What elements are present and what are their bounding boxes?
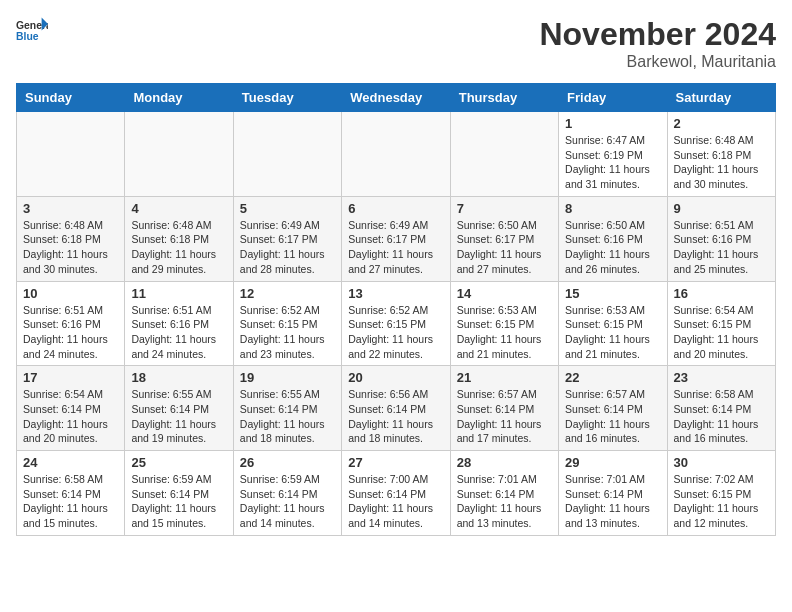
day-info: Sunrise: 6:50 AM Sunset: 6:17 PM Dayligh… bbox=[457, 218, 552, 277]
day-cell-5: 5Sunrise: 6:49 AM Sunset: 6:17 PM Daylig… bbox=[233, 196, 341, 281]
empty-cell bbox=[233, 112, 341, 197]
day-cell-19: 19Sunrise: 6:55 AM Sunset: 6:14 PM Dayli… bbox=[233, 366, 341, 451]
day-cell-20: 20Sunrise: 6:56 AM Sunset: 6:14 PM Dayli… bbox=[342, 366, 450, 451]
week-row-1: 1Sunrise: 6:47 AM Sunset: 6:19 PM Daylig… bbox=[17, 112, 776, 197]
location-title: Barkewol, Mauritania bbox=[539, 53, 776, 71]
day-cell-28: 28Sunrise: 7:01 AM Sunset: 6:14 PM Dayli… bbox=[450, 451, 558, 536]
day-number: 26 bbox=[240, 455, 335, 470]
day-number: 30 bbox=[674, 455, 769, 470]
day-number: 23 bbox=[674, 370, 769, 385]
day-cell-13: 13Sunrise: 6:52 AM Sunset: 6:15 PM Dayli… bbox=[342, 281, 450, 366]
day-info: Sunrise: 6:52 AM Sunset: 6:15 PM Dayligh… bbox=[348, 303, 443, 362]
empty-cell bbox=[17, 112, 125, 197]
col-header-saturday: Saturday bbox=[667, 84, 775, 112]
day-number: 3 bbox=[23, 201, 118, 216]
day-info: Sunrise: 6:53 AM Sunset: 6:15 PM Dayligh… bbox=[565, 303, 660, 362]
day-cell-2: 2Sunrise: 6:48 AM Sunset: 6:18 PM Daylig… bbox=[667, 112, 775, 197]
day-info: Sunrise: 6:50 AM Sunset: 6:16 PM Dayligh… bbox=[565, 218, 660, 277]
day-info: Sunrise: 6:56 AM Sunset: 6:14 PM Dayligh… bbox=[348, 387, 443, 446]
col-header-friday: Friday bbox=[559, 84, 667, 112]
day-info: Sunrise: 6:47 AM Sunset: 6:19 PM Dayligh… bbox=[565, 133, 660, 192]
day-cell-12: 12Sunrise: 6:52 AM Sunset: 6:15 PM Dayli… bbox=[233, 281, 341, 366]
day-number: 20 bbox=[348, 370, 443, 385]
day-info: Sunrise: 6:48 AM Sunset: 6:18 PM Dayligh… bbox=[23, 218, 118, 277]
day-number: 8 bbox=[565, 201, 660, 216]
day-cell-24: 24Sunrise: 6:58 AM Sunset: 6:14 PM Dayli… bbox=[17, 451, 125, 536]
day-number: 2 bbox=[674, 116, 769, 131]
day-info: Sunrise: 7:01 AM Sunset: 6:14 PM Dayligh… bbox=[457, 472, 552, 531]
calendar-table: SundayMondayTuesdayWednesdayThursdayFrid… bbox=[16, 83, 776, 536]
day-info: Sunrise: 6:48 AM Sunset: 6:18 PM Dayligh… bbox=[674, 133, 769, 192]
day-cell-11: 11Sunrise: 6:51 AM Sunset: 6:16 PM Dayli… bbox=[125, 281, 233, 366]
day-cell-14: 14Sunrise: 6:53 AM Sunset: 6:15 PM Dayli… bbox=[450, 281, 558, 366]
day-number: 14 bbox=[457, 286, 552, 301]
day-number: 18 bbox=[131, 370, 226, 385]
day-info: Sunrise: 6:49 AM Sunset: 6:17 PM Dayligh… bbox=[348, 218, 443, 277]
week-row-2: 3Sunrise: 6:48 AM Sunset: 6:18 PM Daylig… bbox=[17, 196, 776, 281]
svg-text:Blue: Blue bbox=[16, 31, 39, 42]
col-header-monday: Monday bbox=[125, 84, 233, 112]
day-number: 5 bbox=[240, 201, 335, 216]
empty-cell bbox=[342, 112, 450, 197]
day-info: Sunrise: 6:51 AM Sunset: 6:16 PM Dayligh… bbox=[674, 218, 769, 277]
day-cell-18: 18Sunrise: 6:55 AM Sunset: 6:14 PM Dayli… bbox=[125, 366, 233, 451]
day-cell-22: 22Sunrise: 6:57 AM Sunset: 6:14 PM Dayli… bbox=[559, 366, 667, 451]
day-cell-16: 16Sunrise: 6:54 AM Sunset: 6:15 PM Dayli… bbox=[667, 281, 775, 366]
day-cell-23: 23Sunrise: 6:58 AM Sunset: 6:14 PM Dayli… bbox=[667, 366, 775, 451]
day-cell-3: 3Sunrise: 6:48 AM Sunset: 6:18 PM Daylig… bbox=[17, 196, 125, 281]
day-number: 15 bbox=[565, 286, 660, 301]
week-row-5: 24Sunrise: 6:58 AM Sunset: 6:14 PM Dayli… bbox=[17, 451, 776, 536]
day-number: 24 bbox=[23, 455, 118, 470]
day-info: Sunrise: 6:58 AM Sunset: 6:14 PM Dayligh… bbox=[23, 472, 118, 531]
header-row: SundayMondayTuesdayWednesdayThursdayFrid… bbox=[17, 84, 776, 112]
day-number: 12 bbox=[240, 286, 335, 301]
day-cell-17: 17Sunrise: 6:54 AM Sunset: 6:14 PM Dayli… bbox=[17, 366, 125, 451]
day-cell-30: 30Sunrise: 7:02 AM Sunset: 6:15 PM Dayli… bbox=[667, 451, 775, 536]
day-cell-25: 25Sunrise: 6:59 AM Sunset: 6:14 PM Dayli… bbox=[125, 451, 233, 536]
day-info: Sunrise: 7:02 AM Sunset: 6:15 PM Dayligh… bbox=[674, 472, 769, 531]
day-number: 27 bbox=[348, 455, 443, 470]
day-info: Sunrise: 6:54 AM Sunset: 6:15 PM Dayligh… bbox=[674, 303, 769, 362]
day-number: 28 bbox=[457, 455, 552, 470]
day-cell-4: 4Sunrise: 6:48 AM Sunset: 6:18 PM Daylig… bbox=[125, 196, 233, 281]
day-info: Sunrise: 7:01 AM Sunset: 6:14 PM Dayligh… bbox=[565, 472, 660, 531]
col-header-wednesday: Wednesday bbox=[342, 84, 450, 112]
title-area: November 2024 Barkewol, Mauritania bbox=[539, 16, 776, 71]
day-info: Sunrise: 6:54 AM Sunset: 6:14 PM Dayligh… bbox=[23, 387, 118, 446]
day-number: 9 bbox=[674, 201, 769, 216]
col-header-thursday: Thursday bbox=[450, 84, 558, 112]
day-number: 19 bbox=[240, 370, 335, 385]
day-cell-21: 21Sunrise: 6:57 AM Sunset: 6:14 PM Dayli… bbox=[450, 366, 558, 451]
day-cell-27: 27Sunrise: 7:00 AM Sunset: 6:14 PM Dayli… bbox=[342, 451, 450, 536]
day-info: Sunrise: 6:59 AM Sunset: 6:14 PM Dayligh… bbox=[131, 472, 226, 531]
week-row-4: 17Sunrise: 6:54 AM Sunset: 6:14 PM Dayli… bbox=[17, 366, 776, 451]
day-number: 17 bbox=[23, 370, 118, 385]
empty-cell bbox=[125, 112, 233, 197]
day-number: 16 bbox=[674, 286, 769, 301]
day-number: 6 bbox=[348, 201, 443, 216]
logo-icon: General Blue bbox=[16, 16, 48, 44]
day-info: Sunrise: 6:53 AM Sunset: 6:15 PM Dayligh… bbox=[457, 303, 552, 362]
day-cell-10: 10Sunrise: 6:51 AM Sunset: 6:16 PM Dayli… bbox=[17, 281, 125, 366]
day-info: Sunrise: 6:51 AM Sunset: 6:16 PM Dayligh… bbox=[131, 303, 226, 362]
day-info: Sunrise: 7:00 AM Sunset: 6:14 PM Dayligh… bbox=[348, 472, 443, 531]
day-cell-26: 26Sunrise: 6:59 AM Sunset: 6:14 PM Dayli… bbox=[233, 451, 341, 536]
day-info: Sunrise: 6:49 AM Sunset: 6:17 PM Dayligh… bbox=[240, 218, 335, 277]
day-number: 10 bbox=[23, 286, 118, 301]
day-number: 22 bbox=[565, 370, 660, 385]
day-cell-9: 9Sunrise: 6:51 AM Sunset: 6:16 PM Daylig… bbox=[667, 196, 775, 281]
day-cell-8: 8Sunrise: 6:50 AM Sunset: 6:16 PM Daylig… bbox=[559, 196, 667, 281]
logo: General Blue bbox=[16, 16, 48, 44]
week-row-3: 10Sunrise: 6:51 AM Sunset: 6:16 PM Dayli… bbox=[17, 281, 776, 366]
day-cell-29: 29Sunrise: 7:01 AM Sunset: 6:14 PM Dayli… bbox=[559, 451, 667, 536]
day-info: Sunrise: 6:57 AM Sunset: 6:14 PM Dayligh… bbox=[457, 387, 552, 446]
month-title: November 2024 bbox=[539, 16, 776, 53]
empty-cell bbox=[450, 112, 558, 197]
day-number: 25 bbox=[131, 455, 226, 470]
day-number: 11 bbox=[131, 286, 226, 301]
day-number: 21 bbox=[457, 370, 552, 385]
day-number: 1 bbox=[565, 116, 660, 131]
day-info: Sunrise: 6:57 AM Sunset: 6:14 PM Dayligh… bbox=[565, 387, 660, 446]
col-header-sunday: Sunday bbox=[17, 84, 125, 112]
day-number: 7 bbox=[457, 201, 552, 216]
